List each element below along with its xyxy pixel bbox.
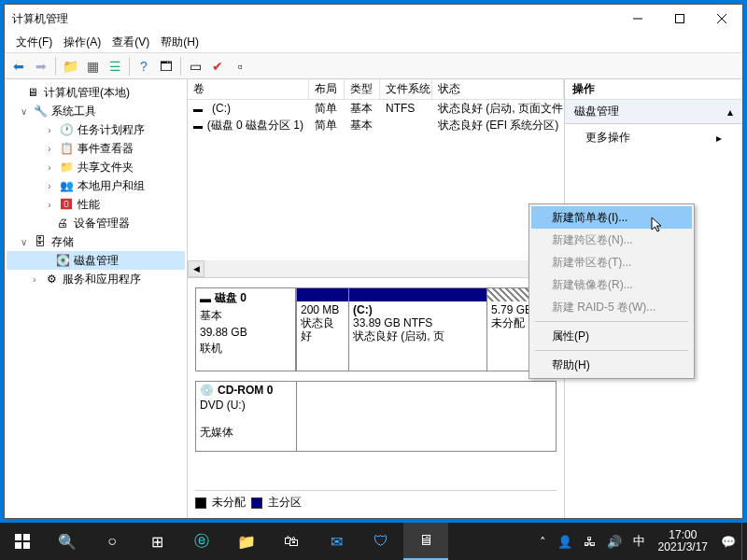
tree-storage[interactable]: ∨🗄存储 [7,232,185,251]
tray-volume-icon[interactable]: 🔊 [601,523,627,560]
security-button[interactable]: 🛡 [359,523,403,560]
computer-icon: 🖥 [25,86,40,99]
extra-button[interactable]: ▫ [230,56,250,77]
legend-primary-icon [251,497,262,509]
svg-rect-6 [15,542,21,549]
context-menu: 新建简单卷(I)... 新建跨区卷(N)... 新建带区卷(T)... 新建镜像… [529,203,695,379]
disk-view-button[interactable]: ▭ [185,56,205,77]
cortana-button[interactable]: ○ [90,523,134,560]
tree-tasksched[interactable]: ›🕐任务计划程序 [7,120,185,139]
ctx-new-mirror-volume[interactable]: 新建镜像卷(R)... [531,273,692,296]
disk-graphic-panel: ▬磁盘 0 基本 39.88 GB 联机 200 MB状态良好 (C:)33.8… [188,278,564,518]
svg-rect-5 [23,534,30,540]
properties-button[interactable]: ▦ [82,56,103,77]
ctx-new-span-volume[interactable]: 新建跨区卷(N)... [531,229,692,251]
start-button[interactable] [0,523,45,560]
disk-row-0: ▬磁盘 0 基本 39.88 GB 联机 200 MB状态良好 (C:)33.8… [195,287,557,371]
ctx-help[interactable]: 帮助(H) [531,354,692,376]
ctx-new-simple-volume[interactable]: 新建简单卷(I)... [531,206,692,229]
tree-shared[interactable]: ›📁共享文件夹 [7,158,185,176]
center-panel: 卷 布局 类型 文件系统 状态 ▬(C:) 简单 基本 NTFS 状态良好 (启… [188,79,565,518]
minimize-button[interactable] [616,5,658,33]
tree-systools[interactable]: ∨🔧系统工具 [7,102,185,120]
tree-localusers[interactable]: ›👥本地用户和组 [7,176,185,195]
show-desktop-button[interactable] [741,523,747,560]
disk0-label[interactable]: ▬磁盘 0 基本 39.88 GB 联机 [195,287,296,371]
partition-c[interactable]: (C:)33.89 GB NTFS状态良好 (启动, 页 [348,288,486,371]
col-type[interactable]: 类型 [345,79,380,99]
cdrom-icon: 💿 [200,384,214,397]
tools-icon: 🔧 [33,105,48,118]
tray-people-icon[interactable]: 👤 [552,523,578,560]
folder-button[interactable]: 📁 [60,56,80,77]
tree-eventvwr[interactable]: ›📋事件查看器 [7,139,185,158]
volume-row[interactable]: ▬(C:) 简单 基本 NTFS 状态良好 (启动, 页面文件 [188,100,564,117]
menubar: 文件(F) 操作(A) 查看(V) 帮助(H) [5,33,742,53]
col-status[interactable]: 状态 [432,79,564,99]
tree-services[interactable]: ›⚙服务和应用程序 [7,270,185,288]
disk-row-cdrom: 💿CD-ROM 0 DVD (U:) 无媒体 [195,381,557,452]
svg-rect-7 [23,542,30,549]
forward-button[interactable]: ➡ [31,56,51,77]
titlebar: 计算机管理 [5,5,742,33]
tree-root[interactable]: 🖥计算机管理(本地) [7,83,185,102]
clock-icon: 🕐 [59,123,74,136]
back-button[interactable]: ⬅ [8,56,29,77]
disk-icon: ▬ [200,292,211,305]
tray-ime[interactable]: 中 [627,523,651,560]
list-button[interactable]: ☰ [105,56,125,77]
edge-button[interactable]: ⓔ [179,523,224,560]
cdrom-label[interactable]: 💿CD-ROM 0 DVD (U:) 无媒体 [195,381,296,452]
drive-icon: ▬ [193,120,204,131]
disk-icon: 💽 [55,254,70,267]
tray-network-icon[interactable]: 🖧 [578,523,601,560]
actions-header: 操作 [565,79,742,100]
partition-efi[interactable]: 200 MB状态良好 [296,288,348,371]
close-button[interactable] [700,5,742,33]
hscrollbar[interactable]: ◀ ▶ [188,260,564,277]
tray-chevron[interactable]: ˄ [534,523,552,560]
ctx-new-raid5-volume[interactable]: 新建 RAID-5 卷(W)... [531,296,692,318]
store-button[interactable]: 🛍 [269,523,314,560]
tree-devmgr[interactable]: 🖨设备管理器 [7,214,185,232]
legend: 未分配 主分区 [195,490,557,514]
ctx-properties[interactable]: 属性(P) [531,325,692,347]
tray-notifications-icon[interactable]: 💬 [715,523,741,560]
compmgmt-button[interactable]: 🖥 [403,523,448,560]
chevron-right-icon: ▸ [716,132,722,145]
col-layout[interactable]: 布局 [309,79,345,99]
tree-diskmgmt[interactable]: 💽磁盘管理 [7,251,185,270]
perf-icon: 🅾 [59,198,74,211]
mail-button[interactable]: ✉ [314,523,359,560]
settings-button[interactable]: ✔ [207,56,228,77]
services-icon: ⚙ [44,273,59,286]
menu-file[interactable]: 文件(F) [16,35,52,50]
maximize-button[interactable] [658,5,700,33]
storage-icon: 🗄 [33,235,48,248]
tree-perf[interactable]: ›🅾性能 [7,195,185,214]
taskview-button[interactable]: ⊞ [134,523,179,560]
device-icon: 🖨 [55,217,70,230]
scroll-left-button[interactable]: ◀ [188,260,204,277]
menu-view[interactable]: 查看(V) [112,35,149,50]
collapse-icon: ▴ [727,105,733,119]
col-volume[interactable]: 卷 [188,79,309,99]
menu-action[interactable]: 操作(A) [63,35,101,50]
menu-help[interactable]: 帮助(H) [161,35,199,50]
search-button[interactable]: 🔍 [45,523,90,560]
legend-unalloc-icon [195,497,206,509]
actions-more[interactable]: 更多操作▸ [565,124,742,151]
window-title: 计算机管理 [12,11,616,27]
tree-panel: 🖥计算机管理(本地) ∨🔧系统工具 ›🕐任务计划程序 ›📋事件查看器 ›📁共享文… [5,79,188,518]
toolbar: ⬅ ➡ 📁 ▦ ☰ ? 🗔 ▭ ✔ ▫ [5,53,742,79]
actions-diskmgmt[interactable]: 磁盘管理▴ [565,100,742,124]
refresh-button[interactable]: 🗔 [156,56,176,77]
users-icon: 👥 [59,179,74,192]
explorer-button[interactable]: 📁 [224,523,269,560]
col-fs[interactable]: 文件系统 [380,79,432,99]
ctx-new-stripe-volume[interactable]: 新建带区卷(T)... [531,251,692,273]
volume-row[interactable]: ▬(磁盘 0 磁盘分区 1) 简单 基本 状态良好 (EFI 系统分区) [188,117,564,133]
help-button[interactable]: ? [134,56,154,77]
volume-list: 卷 布局 类型 文件系统 状态 ▬(C:) 简单 基本 NTFS 状态良好 (启… [188,79,564,278]
tray-clock[interactable]: 17:00 2021/3/17 [651,529,715,553]
